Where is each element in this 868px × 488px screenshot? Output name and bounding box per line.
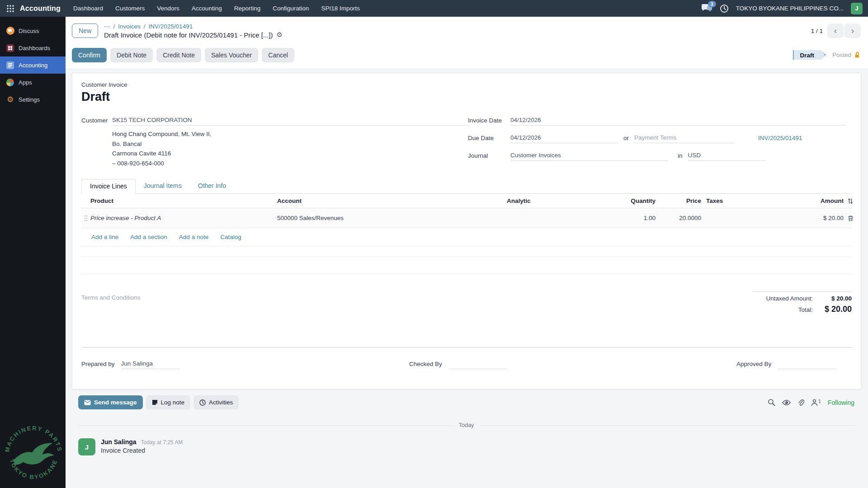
pager-previous-button[interactable]: ‹ [827, 23, 844, 38]
attachment-paperclip-icon[interactable] [797, 399, 804, 406]
catalog-link[interactable]: Catalog [220, 234, 241, 240]
sidebar-item-discuss[interactable]: Discuss [0, 22, 66, 39]
checked-by-field[interactable] [448, 359, 507, 369]
optional-columns-icon[interactable] [844, 198, 854, 204]
invoice-lines-table: Product Account Analytic Quantity Price … [81, 194, 852, 274]
message-author[interactable]: Jun Salinga [101, 438, 137, 446]
menu-configuration[interactable]: Configuration [273, 5, 309, 12]
sidebar-item-label: Dashboards [19, 45, 50, 52]
tab-other-info[interactable]: Other Info [190, 179, 234, 194]
confirm-button[interactable]: Confirm [72, 48, 107, 62]
apps-grid-icon[interactable] [6, 4, 15, 13]
journal-field[interactable] [510, 151, 668, 161]
sidebar-item-dashboards[interactable]: Dashboards [0, 39, 66, 56]
new-button[interactable]: New [72, 23, 98, 38]
column-product[interactable]: Product [90, 197, 277, 204]
column-analytic[interactable]: Analytic [507, 197, 594, 204]
date-divider: Today [78, 422, 854, 428]
menu-dashboard[interactable]: Dashboard [73, 5, 103, 12]
currency-field[interactable] [688, 151, 765, 161]
cell-account[interactable]: 500000 Sales/Revenues [277, 215, 507, 221]
app-name[interactable]: Accounting [20, 5, 61, 13]
address-line: Hong Chang Compound, Mt. View II, [112, 129, 468, 139]
table-header-row: Product Account Analytic Quantity Price … [81, 194, 852, 208]
watch-eye-icon[interactable] [782, 399, 791, 406]
send-message-button[interactable]: Send message [78, 395, 143, 409]
column-amount[interactable]: Amount [787, 197, 844, 204]
status-bar: Draft Posted [793, 50, 861, 60]
activities-button[interactable]: Activities [193, 395, 239, 409]
dashboards-icon [6, 44, 14, 52]
breadcrumb-record-link[interactable]: INV/2025/01491 [149, 23, 193, 30]
untaxed-amount-label: Untaxed Amount: [766, 295, 813, 302]
payment-terms-field[interactable] [634, 133, 735, 143]
menu-vendors[interactable]: Vendors [157, 5, 179, 12]
sidebar-item-settings[interactable]: ⚙ Settings [0, 91, 66, 108]
debit-note-button[interactable]: Debit Note [110, 48, 153, 62]
company-watermark-logo: MACHINERY PARTS TOKYO BYOKANE [2, 423, 65, 486]
control-panel: New ⋯ / Invoices / INV/2025/01491 Draft … [66, 17, 868, 45]
status-draft[interactable]: Draft [793, 50, 826, 60]
messages-badge: 3 [708, 1, 716, 7]
menu-customers[interactable]: Customers [115, 5, 145, 12]
delete-line-icon[interactable] [844, 215, 854, 221]
column-price[interactable]: Price [656, 197, 701, 204]
menu-spi18-imports[interactable]: SPI18 Imports [321, 5, 360, 12]
company-switcher[interactable]: TOKYO BYOKANE PHILIPPINES CO... [736, 5, 844, 12]
status-posted[interactable]: Posted [832, 52, 861, 58]
sidebar-item-accounting[interactable]: Accounting [0, 56, 66, 74]
invoice-reference-link[interactable]: INV/2025/01491 [758, 135, 802, 141]
cell-price[interactable]: 20.0000 [656, 215, 701, 221]
sheet-area: Customer Invoice Draft Customer Hong Cha… [66, 69, 868, 488]
menu-accounting[interactable]: Accounting [192, 5, 222, 12]
signatures-row: Prepared by Checked By Approved By [81, 359, 852, 379]
search-messages-icon[interactable] [768, 399, 775, 406]
column-taxes[interactable]: Taxes [701, 197, 787, 204]
chatter-toolbar: Send message Log note Activities [78, 395, 854, 409]
prepared-by-field[interactable] [121, 359, 180, 369]
customer-field[interactable] [112, 116, 468, 126]
cell-quantity[interactable]: 1.00 [594, 215, 656, 221]
cell-amount[interactable]: $ 20.00 [787, 215, 844, 221]
followers-icon[interactable]: 1 [811, 399, 821, 406]
open-lock-icon [854, 52, 861, 58]
table-row[interactable]: Price increase - Product A 500000 Sales/… [81, 208, 852, 228]
settings-gear-icon[interactable]: ⚙ [277, 31, 283, 39]
sales-voucher-button[interactable]: Sales Voucher [205, 48, 258, 62]
column-account[interactable]: Account [277, 197, 507, 204]
tab-invoice-lines[interactable]: Invoice Lines [81, 179, 136, 194]
in-label: in [668, 151, 688, 159]
envelope-icon [84, 400, 91, 405]
following-toggle[interactable]: Following [828, 399, 854, 406]
breadcrumb-ellipsis[interactable]: ⋯ [104, 23, 110, 30]
sidebar-item-apps[interactable]: Apps [0, 74, 66, 91]
table-links-row: Add a line Add a section Add a note Cata… [81, 228, 852, 246]
terms-and-conditions-field[interactable]: Terms and Conditions [81, 291, 141, 317]
pager-next-button[interactable]: › [844, 23, 861, 38]
breadcrumb-invoices-link[interactable]: Invoices [118, 23, 141, 30]
menu-reporting[interactable]: Reporting [234, 5, 261, 12]
sidebar-item-label: Accounting [19, 62, 47, 69]
add-a-note-link[interactable]: Add a note [179, 234, 208, 240]
page-title: Draft Invoice (Debit note for INV/2025/0… [104, 31, 273, 39]
top-menu: Dashboard Customers Vendors Accounting R… [73, 5, 360, 12]
tab-journal-items[interactable]: Journal Items [136, 179, 190, 194]
due-date-field[interactable] [510, 133, 618, 143]
svg-text:MACHINERY PARTS: MACHINERY PARTS [4, 425, 63, 453]
approved-by-field[interactable] [778, 359, 836, 369]
add-a-section-link[interactable]: Add a section [130, 234, 167, 240]
messages-icon[interactable]: 3 [701, 4, 712, 14]
log-note-button[interactable]: Log note [146, 395, 191, 409]
user-avatar[interactable]: J [851, 3, 863, 14]
cell-product[interactable]: Price increase - Product A [90, 215, 277, 221]
add-a-line-link[interactable]: Add a line [91, 234, 118, 240]
credit-note-button[interactable]: Credit Note [156, 48, 201, 62]
settings-gear-icon: ⚙ [6, 95, 14, 104]
invoice-date-field[interactable] [510, 116, 845, 126]
column-quantity[interactable]: Quantity [594, 197, 656, 204]
message-avatar[interactable]: J [78, 438, 95, 455]
activities-clock-icon[interactable] [720, 4, 729, 13]
drag-handle-icon[interactable] [81, 215, 90, 221]
cancel-button[interactable]: Cancel [262, 48, 294, 62]
sidebar-item-label: Apps [19, 79, 32, 86]
